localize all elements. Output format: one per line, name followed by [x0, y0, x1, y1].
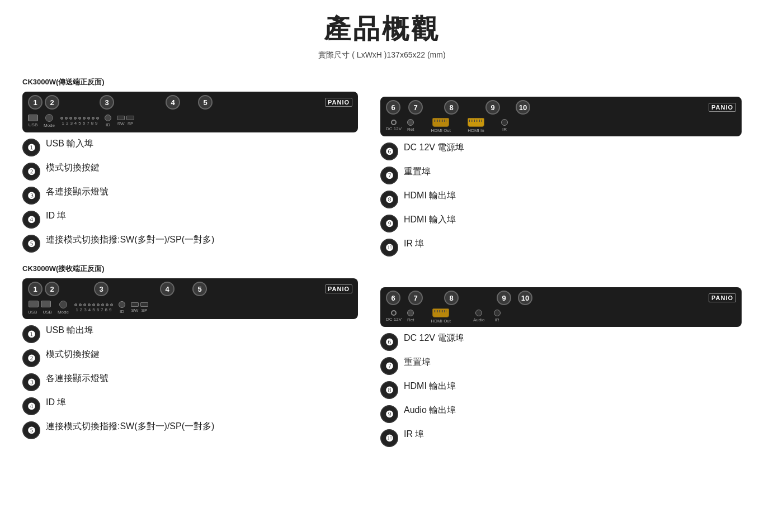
- port-ret-rx: Ret: [407, 310, 414, 322]
- led-num-3: 3: [70, 121, 72, 126]
- ir-label-tx: IR: [502, 127, 507, 132]
- dc-port-icon-tx: [391, 120, 397, 125]
- badge-6-tx-back: 6: [386, 100, 400, 115]
- ir-icon-tx: [501, 119, 508, 126]
- port-id-tx: ID: [105, 115, 111, 127]
- led-8: [92, 117, 95, 120]
- rx-f2-badge: ❷: [22, 349, 40, 367]
- rx-f4-badge: ❹: [22, 397, 40, 415]
- audio-label-rx: Audio: [473, 317, 484, 322]
- dc-port-icon-rx: [391, 310, 397, 316]
- sp-icon: [126, 116, 134, 120]
- led-7: [87, 117, 90, 120]
- rx-feature-5: ❺ 連接模式切換指撥:SW(多對一)/SP(一對多): [22, 421, 358, 439]
- sp-rx-icon: [140, 302, 148, 307]
- tx-rf3-text: HDMI 輸出埠: [404, 190, 456, 202]
- rx-rf2-badge: ❼: [380, 357, 398, 375]
- tx-f5-text: 連接模式切換指撥:SW(多對一)/SP(一對多): [46, 234, 214, 246]
- led-num-4: 4: [74, 121, 77, 126]
- badge-8-rx-back: 8: [444, 291, 459, 305]
- rx-f3-badge: ❸: [22, 373, 40, 391]
- brand-label-rx-back: PANIO: [709, 293, 736, 302]
- port-hdmi-out-tx: HDMI Out: [431, 118, 451, 133]
- badge-1-rx-front: 1: [28, 282, 43, 296]
- id-label-rx: ID: [120, 309, 124, 314]
- tx-rf4-text: HDMI 輸入埠: [404, 214, 456, 226]
- page-title: 產品概觀: [22, 11, 742, 47]
- tx-rf2-badge: ❼: [380, 167, 398, 184]
- rx-feature-3: ❸ 各連接顯示燈號: [22, 373, 358, 391]
- dc-label-rx: DC 12V: [386, 317, 402, 322]
- sp-label-rx: SP: [140, 308, 148, 313]
- sw-label-rx: SW: [131, 308, 139, 313]
- id-port-rx-icon: [119, 301, 125, 308]
- rx-rf4: ❾ Audio 輸出埠: [380, 405, 742, 423]
- tx-rf5-badge: ❿: [380, 239, 398, 256]
- badge-9-rx-back: 9: [497, 291, 511, 305]
- badge-5-rx-front: 5: [192, 282, 207, 296]
- ret-icon-rx: [407, 310, 414, 316]
- hdmi-out-icon-rx: [432, 308, 449, 317]
- rx-rf5-text: IR 埠: [404, 429, 424, 440]
- audio-icon-rx: [475, 310, 482, 316]
- badge-8-tx-back: 8: [444, 100, 459, 115]
- port-ret-tx: Ret: [407, 119, 414, 132]
- badge-9-tx-back: 9: [485, 100, 500, 115]
- hdmi-out-label-tx: HDMI Out: [431, 128, 451, 133]
- hdmi-out-icon-tx: [432, 118, 449, 127]
- led-rx-7: [101, 303, 104, 306]
- rx-rf2: ❼ 重置埠: [380, 357, 742, 375]
- rx-f5-text: 連接模式切換指撥:SW(多對一)/SP(一對多): [46, 421, 214, 433]
- sw-switch-rx: SW: [131, 302, 139, 313]
- led-rx-8: [106, 303, 109, 306]
- tx-f3-text: 各連接顯示燈號: [46, 186, 109, 198]
- tx-f1-badge: ❶: [22, 139, 40, 156]
- tx-rf1-badge: ❻: [380, 142, 398, 160]
- port-dc-tx: DC 12V: [386, 120, 402, 131]
- transmitter-section-label: CK3000W(傳送端正反面): [22, 77, 358, 87]
- sp-label: SP: [126, 121, 134, 126]
- led-num-8: 8: [91, 121, 93, 126]
- ret-label-rx: Ret: [407, 317, 414, 322]
- tx-rf1-text: DC 12V 電源埠: [404, 142, 464, 154]
- tx-feature-1: ❶ USB 輸入埠: [22, 138, 358, 156]
- badge-4-rx-front: 4: [160, 282, 175, 296]
- tx-rf1: ❻ DC 12V 電源埠: [380, 142, 742, 160]
- rx-rf1-text: DC 12V 電源埠: [404, 332, 464, 344]
- sw-icon: [117, 116, 125, 120]
- rx-f3-text: 各連接顯示燈號: [46, 373, 109, 384]
- rx-rf5-badge: ❿: [380, 429, 398, 447]
- led-rx-1: [74, 303, 77, 306]
- tx-f1-text: USB 輸入埠: [46, 138, 93, 150]
- rx-rf4-text: Audio 輸出埠: [404, 405, 456, 416]
- led-num-9: 9: [95, 121, 97, 126]
- led-rx-9: [110, 303, 113, 306]
- badge-3-tx-front: 3: [100, 95, 114, 110]
- ir-icon-rx: [494, 310, 501, 316]
- brand-label-tx-back: PANIO: [709, 103, 736, 112]
- receiver-section-label: CK3000W(接收端正反面): [22, 264, 358, 274]
- badge-2-tx-front: 2: [45, 95, 59, 110]
- tx-rf2: ❼ 重置埠: [380, 166, 742, 184]
- badge-7-rx-back: 7: [408, 291, 423, 305]
- port-dc-rx: DC 12V: [386, 310, 402, 322]
- port-swsp-rx: SW SP: [131, 302, 148, 313]
- rx-rf1-badge: ❻: [380, 333, 398, 351]
- transmitter-features-right: ❻ DC 12V 電源埠 ❼ 重置埠 ❽ HDMI 輸出埠 ❾ HDMI 輸入埠…: [380, 142, 742, 256]
- tx-rf3-badge: ❽: [380, 191, 398, 208]
- led-num-6: 6: [83, 121, 85, 126]
- rx-rf3-badge: ❽: [380, 381, 398, 399]
- usb-label: USB: [29, 122, 37, 127]
- usb-port-2-rx-icon: [41, 301, 51, 307]
- tx-f2-badge: ❷: [22, 163, 40, 180]
- rx-rf5: ❿ IR 埠: [380, 429, 742, 447]
- tx-rf4-badge: ❾: [380, 215, 398, 232]
- transmitter-features-left: ❶ USB 輸入埠 ❷ 模式切換按鍵 ❸ 各連接顯示燈號 ❹ ID 埠 ❺ 連接…: [22, 138, 358, 253]
- led-num-5: 5: [78, 121, 81, 126]
- badge-3-rx-front: 3: [94, 282, 109, 296]
- led-6: [83, 117, 86, 120]
- port-id-rx: ID: [119, 301, 125, 314]
- led-rx-4: [88, 303, 91, 306]
- port-ir-rx: IR: [494, 310, 501, 322]
- mode-btn-rx-icon: [59, 301, 67, 308]
